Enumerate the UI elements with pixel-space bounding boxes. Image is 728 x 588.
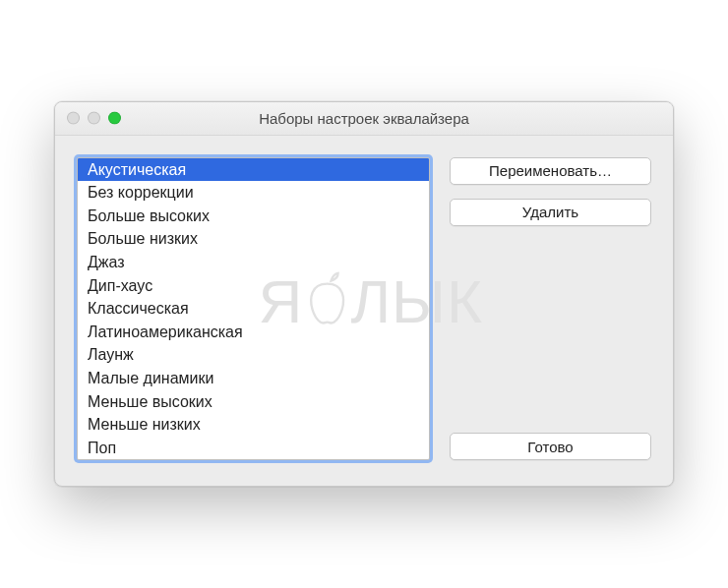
zoom-window-button[interactable] xyxy=(108,112,121,125)
dialog-content: АкустическаяБез коррекцииБольше высокихБ… xyxy=(55,136,673,487)
close-window-button[interactable] xyxy=(67,112,80,125)
preset-list-item[interactable]: Акустическая xyxy=(78,158,429,182)
preset-list-item[interactable]: Джаз xyxy=(78,251,429,274)
delete-button[interactable]: Удалить xyxy=(450,199,651,226)
preset-list-item[interactable]: Латиноамериканская xyxy=(78,321,429,344)
preset-list-item[interactable]: Лаунж xyxy=(78,343,429,367)
preset-list-item[interactable]: Поп xyxy=(78,437,429,460)
minimize-window-button[interactable] xyxy=(88,112,100,125)
spacer xyxy=(450,226,651,434)
titlebar: Наборы настроек эквалайзера xyxy=(55,102,673,136)
preset-list-item[interactable]: Без коррекции xyxy=(78,181,429,205)
preset-list-item[interactable]: Больше высоких xyxy=(78,205,429,228)
done-button[interactable]: Готово xyxy=(450,433,651,460)
preset-list-item[interactable]: Классическая xyxy=(78,297,429,321)
preset-listbox[interactable]: АкустическаяБез коррекцииБольше высокихБ… xyxy=(77,157,430,461)
button-sidebar: Переименовать… Удалить Готово xyxy=(450,157,651,461)
traffic-lights xyxy=(55,112,121,125)
preset-list-item[interactable]: Больше низких xyxy=(78,227,429,251)
preset-list-item[interactable]: Дип-хаус xyxy=(78,274,429,298)
rename-button[interactable]: Переименовать… xyxy=(450,157,651,185)
window-title: Наборы настроек эквалайзера xyxy=(55,110,673,127)
preset-list-item[interactable]: Малые динамики xyxy=(78,367,429,390)
dialog-window: Наборы настроек эквалайзера Акустическая… xyxy=(54,101,674,488)
preset-list-item[interactable]: Меньше высоких xyxy=(78,390,429,414)
preset-list-item[interactable]: Меньше низких xyxy=(78,413,429,437)
